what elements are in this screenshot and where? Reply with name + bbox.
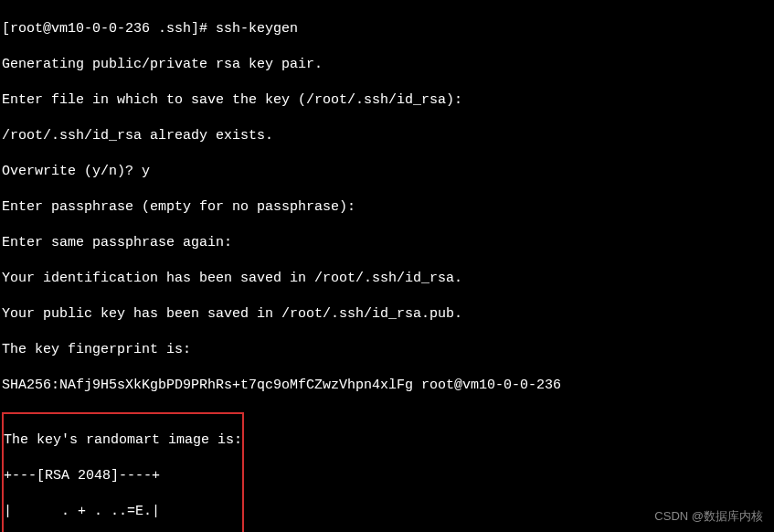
output-line: Your identification has been saved in /r…	[2, 270, 772, 288]
output-line: Enter same passphrase again:	[2, 234, 772, 252]
command: ssh-keygen	[216, 21, 298, 37]
watermark-text: CSDN @数据库内核	[654, 509, 763, 525]
output-line: The key fingerprint is:	[2, 341, 772, 359]
overwrite-input: y	[142, 164, 150, 179]
output-line: Generating public/private rsa key pair.	[2, 56, 772, 74]
randomart-highlight-box: The key's randomart image is: +---[RSA 2…	[2, 412, 244, 533]
output-line: Enter file in which to save the key (/ro…	[2, 91, 772, 110]
user-host: root@vm10-0-0-236	[10, 21, 150, 37]
output-line: Your public key has been saved in /root/…	[2, 305, 772, 324]
prompt-line-1: [root@vm10-0-0-236 .ssh]# ssh-keygen	[2, 20, 772, 38]
output-line: Overwrite (y/n)? y	[2, 163, 772, 181]
current-dir: .ssh	[158, 21, 191, 37]
output-line: SHA256:NAfj9H5sXkKgbPD9PRhRs+t7qc9oMfCZw…	[2, 377, 772, 395]
output-line: /root/.ssh/id_rsa already exists.	[2, 127, 772, 145]
randomart-line: +---[RSA 2048]----+	[4, 467, 242, 485]
overwrite-prompt: Overwrite (y/n)?	[2, 164, 142, 179]
output-line: Enter passphrase (empty for no passphras…	[2, 198, 772, 217]
terminal-output[interactable]: [root@vm10-0-0-236 .ssh]# ssh-keygen Gen…	[2, 2, 772, 532]
randomart-header: The key's randomart image is:	[4, 431, 242, 450]
randomart-line: | . + . ..=E.|	[4, 503, 242, 521]
